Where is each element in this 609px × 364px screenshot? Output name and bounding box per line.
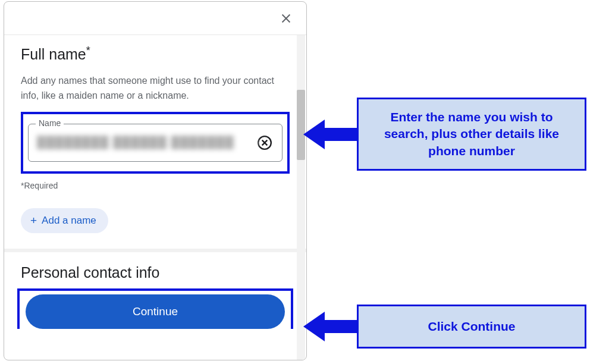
required-note: *Required (21, 181, 290, 190)
dialog-header (4, 2, 306, 35)
clear-icon (257, 135, 272, 150)
callout-click-continue: Click Continue (303, 305, 586, 349)
annotation-highlight-continue: Continue (17, 288, 293, 329)
dialog-body: Full name* Add any names that someone mi… (4, 35, 306, 360)
callout-enter-name: Enter the name you wish to search, plus … (303, 98, 586, 171)
continue-button[interactable]: Continue (26, 294, 285, 329)
arrow-left-icon (303, 116, 357, 153)
name-input-container[interactable]: Name (28, 124, 282, 162)
dialog-panel: Full name* Add any names that someone mi… (4, 1, 307, 360)
full-name-heading-text: Full name (21, 46, 86, 62)
full-name-heading: Full name* (21, 46, 290, 63)
svg-marker-6 (303, 312, 357, 341)
add-name-button[interactable]: + Add a name (21, 208, 108, 233)
full-name-description: Add any names that someone might use to … (21, 74, 277, 103)
svg-marker-5 (303, 120, 357, 149)
section-divider (4, 249, 306, 252)
callout-enter-name-text: Enter the name you wish to search, plus … (357, 98, 586, 171)
name-input[interactable] (37, 136, 256, 149)
add-name-label: Add a name (42, 215, 96, 227)
annotation-highlight-name-input: Name (21, 112, 290, 174)
required-asterisk: * (86, 45, 90, 57)
contact-info-heading: Personal contact info (21, 264, 290, 281)
name-field-label: Name (36, 118, 64, 128)
callout-click-continue-text: Click Continue (357, 305, 586, 349)
arrow-left-icon (303, 308, 357, 345)
close-icon (280, 12, 293, 25)
close-button[interactable] (278, 10, 294, 27)
clear-input-button[interactable] (256, 134, 274, 152)
plus-icon: + (30, 214, 37, 227)
